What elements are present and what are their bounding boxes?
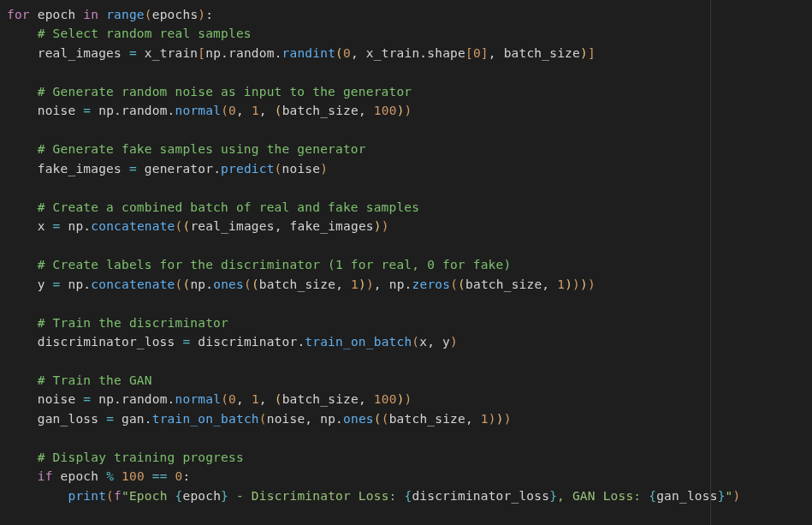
code-line: # Generate random noise as input to the … [7,85,412,98]
comment: # Display training progress [38,450,244,464]
keyword-for: for [7,8,30,21]
code-line: x = np.concatenate((real_images, fake_im… [7,219,389,233]
comment: # Generate fake samples using the genera… [38,142,366,156]
code-line: for epoch in range(epochs): [7,8,213,21]
code-line: # Create a combined batch of real and fa… [7,200,419,214]
comment: # Train the GAN [38,373,152,387]
code-line: y = np.concatenate((np.ones((batch_size,… [7,277,596,291]
comment: # Train the discriminator [38,316,228,330]
code-line: gan_loss = gan.train_on_batch(noise, np.… [7,412,512,426]
comment: # Create a combined batch of real and fa… [38,200,420,214]
code-line: discriminator_loss = discriminator.train… [7,335,458,349]
code-line: # Create labels for the discriminator (1… [7,258,511,271]
code-line: # Display training progress [7,450,244,464]
keyword-if: if [38,469,53,483]
code-line: # Generate fake samples using the genera… [7,142,366,156]
code-line: # Train the GAN [7,373,152,387]
code-line: real_images = x_train[np.random.randint(… [7,46,596,60]
comment: # Create labels for the discriminator (1… [38,258,512,271]
code-editor-content[interactable]: for epoch in range(epochs): # Select ran… [7,5,812,505]
code-line: noise = np.random.normal(0, 1, (batch_si… [7,104,412,117]
code-line: # Select random real samples [7,27,252,40]
keyword-in: in [83,8,98,21]
comment: # Generate random noise as input to the … [38,85,412,98]
code-line: # Train the discriminator [7,316,228,330]
code-line: if epoch % 100 == 0: [7,469,190,483]
column-ruler [710,0,711,525]
code-line: fake_images = generator.predict(noise) [7,162,328,176]
code-line: noise = np.random.normal(0, 1, (batch_si… [7,392,412,406]
code-line: print(f"Epoch {epoch} - Discriminator Lo… [7,489,740,503]
comment: # Select random real samples [38,27,252,40]
